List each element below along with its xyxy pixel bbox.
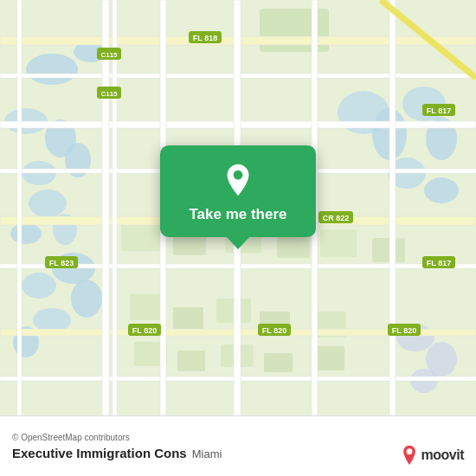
svg-point-1	[26, 54, 78, 85]
svg-rect-25	[130, 294, 164, 320]
map-container: FL 818 FL 817 C115 C115 CR 822 CR 822 FL…	[0, 0, 476, 415]
svg-rect-38	[277, 234, 310, 258]
svg-rect-15	[260, 9, 329, 52]
take-me-there-label: Take me there	[189, 206, 286, 223]
svg-text:C115: C115	[100, 90, 118, 98]
svg-text:FL 817: FL 817	[427, 106, 451, 115]
moovit-brand-text: moovit	[421, 447, 464, 463]
svg-point-80	[234, 170, 243, 180]
svg-text:C115: C115	[100, 51, 118, 59]
svg-text:FL 820: FL 820	[392, 326, 416, 335]
moovit-pin-icon	[401, 445, 418, 466]
place-city: Miami	[192, 447, 222, 460]
copyright-text: © OpenStreetMap contributors	[12, 433, 464, 442]
svg-rect-32	[264, 353, 293, 372]
svg-text:FL 823: FL 823	[49, 259, 74, 267]
svg-point-21	[424, 177, 459, 203]
svg-point-8	[10, 223, 42, 244]
svg-rect-30	[177, 351, 205, 371]
svg-rect-39	[320, 229, 357, 257]
location-pin-icon	[221, 163, 255, 197]
take-me-there-button[interactable]: Take me there	[160, 145, 316, 237]
bottom-bar: © OpenStreetMap contributors Executive I…	[0, 415, 476, 476]
svg-rect-40	[372, 238, 405, 262]
svg-rect-26	[173, 307, 203, 329]
svg-text:FL 820: FL 820	[132, 326, 157, 335]
svg-text:FL 817: FL 817	[427, 259, 451, 267]
svg-point-81	[406, 448, 412, 454]
place-name: Executive Immigration Cons	[12, 446, 187, 460]
svg-rect-55	[17, 0, 22, 415]
svg-rect-50	[113, 0, 117, 415]
svg-text:CR 822: CR 822	[323, 214, 350, 222]
svg-rect-54	[389, 0, 396, 415]
moovit-logo: moovit	[401, 445, 464, 466]
svg-text:FL 820: FL 820	[262, 326, 286, 335]
svg-point-12	[71, 280, 102, 318]
svg-text:FL 818: FL 818	[193, 34, 217, 42]
svg-point-11	[22, 273, 56, 299]
svg-point-7	[29, 190, 67, 217]
bottom-bar-info: © OpenStreetMap contributors Executive I…	[12, 433, 464, 460]
svg-rect-49	[102, 0, 109, 415]
